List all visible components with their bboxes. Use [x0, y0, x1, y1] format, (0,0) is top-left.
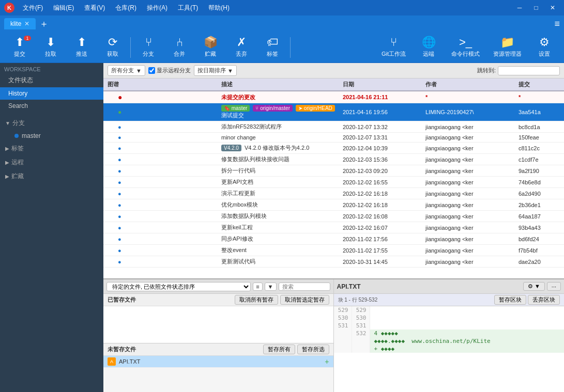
diff-line-content-531	[370, 322, 565, 330]
menu-file[interactable]: 文件(F)	[19, 3, 47, 13]
new-tab-button[interactable]: ＋	[38, 18, 50, 30]
desc-cell-6: 拆分一行代码	[221, 167, 343, 175]
menu-action[interactable]: 操作(A)	[143, 3, 172, 13]
git-workflow-button[interactable]: ⑂ Git工作流	[375, 35, 412, 60]
file-status-label: 文件状态	[8, 76, 33, 85]
staged-files-list	[103, 306, 333, 343]
commit-row-13[interactable]: ● 整改event 2020-11-02 17:55 jiangxiaogang…	[103, 245, 564, 256]
date-cell-10: 2020-12-02 16:08	[343, 213, 425, 219]
commit-button[interactable]: 1 ⬆ 提交	[4, 35, 35, 60]
uncommitted-row[interactable]: ● 未提交的更改 2021-04-16 21:11 * *	[103, 91, 564, 103]
sidebar-item-history[interactable]: History	[0, 87, 103, 100]
sidebar-group-stash[interactable]: ▶ 贮藏	[0, 169, 103, 183]
date-cell-14: 2020-10-31 14:45	[343, 259, 425, 265]
origin-head-tag: ➤ origin/HEAD	[296, 105, 335, 112]
stash-arrow-icon: ▶	[5, 174, 9, 179]
repo-tab[interactable]: klite ✕	[4, 18, 36, 29]
col-hash: 提交	[519, 81, 560, 88]
settings-diff-button[interactable]: ⚙ ▼	[523, 282, 545, 291]
discard-label: 丢弃	[236, 50, 247, 58]
cancel-selected-stage-button[interactable]: 取消暂选定暂存	[280, 295, 329, 305]
sidebar-group-tags[interactable]: ▶ 标签	[0, 142, 103, 155]
terminal-button[interactable]: >_ 命令行模式	[445, 35, 486, 60]
fetch-label: 获取	[107, 50, 118, 58]
commit-row-12[interactable]: ● 同步API修改 2020-11-02 17:56 jiangxiaogang…	[103, 233, 564, 245]
branch-filter-select[interactable]: 所有分支 ▼	[108, 65, 145, 76]
jump-to-input[interactable]	[498, 66, 560, 75]
stage-selected-button[interactable]: 暂存所选	[297, 344, 329, 354]
menu-repo[interactable]: 仓库(R)	[111, 3, 141, 13]
menu-help[interactable]: 帮助(H)	[204, 3, 234, 13]
hash-cell-8: 6a2d490	[519, 191, 560, 197]
file-stage-button[interactable]: +	[325, 357, 329, 366]
explorer-icon: 📁	[500, 37, 514, 48]
col-author: 作者	[425, 81, 519, 88]
tag-button[interactable]: 🏷 标签	[257, 35, 288, 60]
commit-row-1[interactable]: ● 🔖 master ⑂ origin/master ➤ origin/HEAD…	[103, 103, 564, 121]
pull-button[interactable]: ⬇ 拉取	[35, 35, 66, 60]
discard-chunk-button[interactable]: 丢弃区块	[528, 295, 560, 305]
show-remote-checkbox-label[interactable]: 显示远程分支	[148, 67, 191, 74]
merge-button[interactable]: ⑃ 合并	[164, 35, 195, 60]
stage-all-button[interactable]: 暂存所有	[263, 344, 295, 354]
diff-line-num-old-534	[334, 345, 352, 353]
branch-button[interactable]: ⑂ 分支	[133, 35, 164, 60]
push-button[interactable]: ⬆ 推送	[66, 35, 97, 60]
sidebar-item-file-status[interactable]: 文件状态	[0, 73, 103, 87]
master-branch-label: master	[22, 132, 41, 139]
staging-sort-select[interactable]: 待定的文件, 已依照文件状态排序	[106, 282, 251, 291]
staging-search-input[interactable]	[279, 283, 330, 291]
desc-cell-0: 未提交的更改	[221, 93, 343, 101]
commit-row-14[interactable]: ● 更新测试代码 2020-10-31 14:45 jiangxiaogang …	[103, 256, 564, 268]
file-item-api-txt[interactable]: A API.TXT +	[103, 356, 333, 368]
sidebar-item-master-branch[interactable]: master	[0, 130, 103, 142]
commit-row-6[interactable]: ● 拆分一行代码 2020-12-03 09:20 jiangxiaogang …	[103, 165, 564, 177]
branch-filter-arrow-icon: ▼	[136, 68, 142, 74]
git-workflow-icon: ⑂	[390, 37, 397, 48]
sort-button[interactable]: 按日期排序 ▼	[194, 65, 237, 76]
stash-button[interactable]: 📦 贮藏	[195, 35, 226, 60]
terminal-label: 命令行模式	[451, 50, 480, 58]
show-remote-checkbox[interactable]	[148, 67, 155, 74]
sort-label: 按日期排序	[197, 67, 226, 74]
commit-row-7[interactable]: ● 更新API文档 2020-12-02 16:55 jiangxiaogang…	[103, 177, 564, 188]
commit-row-10[interactable]: ● 添加数据队列模块 2020-12-02 16:08 jiangxiaogan…	[103, 211, 564, 222]
commit-row-8[interactable]: ● 演示工程更新 2020-12-02 16:18 jiangxiaogang …	[103, 188, 564, 199]
diff-toolbar: API.TXT ⚙ ▼ ···	[334, 279, 565, 294]
discard-button[interactable]: ✗ 丢弃	[226, 35, 257, 60]
sidebar: WORKSPACE 文件状态 History Search ▼ 分支 maste…	[0, 63, 103, 392]
maximize-button[interactable]: □	[529, 2, 543, 13]
minimize-button[interactable]: ─	[512, 2, 527, 13]
fetch-button[interactable]: ⟳ 获取	[97, 35, 128, 60]
diff-line-num-old-533	[334, 337, 352, 345]
commit-row-3[interactable]: ● minor change 2020-12-07 13:31 jiangxia…	[103, 133, 564, 143]
tab-close-button[interactable]: ✕	[24, 20, 29, 27]
commit-row-11[interactable]: ● 更新keil工程 2020-12-02 16:07 jiangxiaogan…	[103, 222, 564, 233]
sidebar-item-search[interactable]: Search	[0, 100, 103, 112]
explorer-button[interactable]: 📁 资源管理器	[487, 35, 528, 60]
settings-button[interactable]: ⚙ 设置	[529, 35, 560, 60]
commit-row-4[interactable]: ● V4.2.0 V4.2.0 修改版本号为4.2.0 2020-12-04 1…	[103, 143, 564, 154]
diff-filename-label: API.TXT	[337, 283, 361, 290]
commit-table: 图谱 描述 日期 作者 提交 ● 未提交的更改 2021-04-16 21:11…	[103, 79, 564, 278]
remote-button[interactable]: 🌐 远端	[413, 35, 444, 60]
close-button[interactable]: ✕	[545, 2, 560, 13]
commit-row-9[interactable]: ● 优化mbox模块 2020-12-02 16:18 jiangxiaogan…	[103, 199, 564, 211]
stash-chunk-button[interactable]: 暂存区块	[494, 295, 526, 305]
commit-row-2[interactable]: ● 添加nRF52832测试程序 2020-12-07 13:32 jiangx…	[103, 121, 564, 133]
date-cell-5: 2020-12-03 15:36	[343, 156, 425, 163]
date-cell-0: 2021-04-16 21:11	[343, 94, 425, 100]
staging-options-button[interactable]: ▼	[265, 283, 277, 291]
menu-edit[interactable]: 编辑(E)	[49, 3, 78, 13]
graph-cell-4: ●	[108, 145, 221, 151]
sidebar-group-remote[interactable]: ▶ 远程	[0, 155, 103, 169]
git-workflow-label: Git工作流	[382, 50, 406, 58]
menu-tools[interactable]: 工具(T)	[174, 3, 202, 13]
diff-more-button[interactable]: ···	[547, 282, 561, 291]
sidebar-group-branches[interactable]: ▼ 分支	[0, 116, 103, 130]
hamburger-menu-button[interactable]: ≡	[554, 19, 560, 29]
commit-row-5[interactable]: ● 修复数据队列模块接收问题 2020-12-03 15:36 jiangxia…	[103, 154, 564, 165]
menu-view[interactable]: 查看(V)	[80, 3, 109, 13]
cancel-all-stage-button[interactable]: 取消所有暂存	[235, 295, 278, 305]
staging-view-toggle-button[interactable]: ≡	[253, 283, 262, 291]
